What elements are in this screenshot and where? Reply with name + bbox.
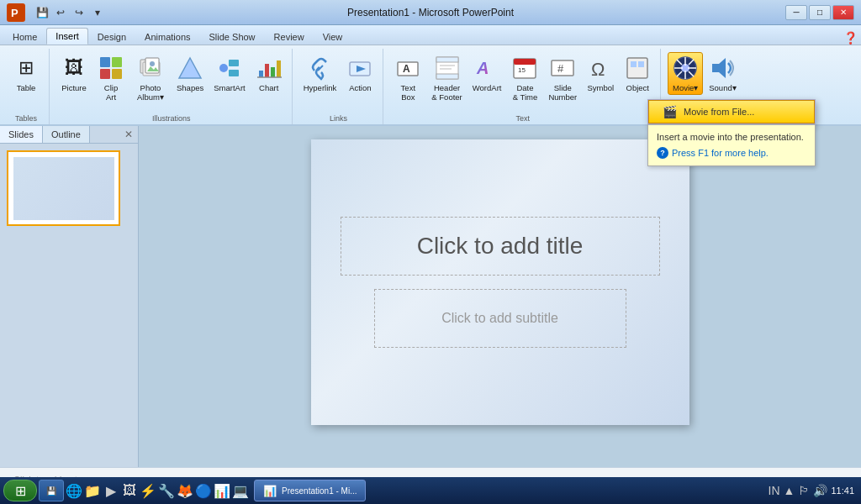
taskbar: ⊞ 💾 🌐 📁 ▶ 🖼 ⚡ 🔧 🦊 🔵 📊 💻 📊 Presentation1 … — [0, 477, 861, 504]
tab-outline[interactable]: Outline — [43, 126, 90, 143]
taskbar-app[interactable]: 💻 — [232, 482, 249, 499]
slide-number-button[interactable]: # SlideNumber — [544, 52, 581, 104]
tray-keyboard[interactable]: IN — [769, 484, 780, 497]
svg-rect-3 — [112, 57, 122, 67]
slide-thumbnail-area[interactable]: 1 — [0, 144, 138, 467]
smartart-icon — [216, 55, 243, 81]
picture-icon: 🖼 — [61, 55, 87, 81]
svg-point-9 — [150, 61, 155, 66]
svg-point-12 — [219, 64, 228, 72]
chart-button[interactable]: Chart — [251, 52, 287, 95]
datetime-button[interactable]: 15 Date& Time — [507, 52, 542, 104]
panel-tabs: Slides Outline ✕ — [0, 126, 138, 144]
save-qat-button[interactable]: 💾 — [34, 5, 50, 20]
ribbon-help-icon[interactable]: ❓ — [843, 31, 858, 45]
calc-icon: 📊 — [214, 483, 230, 499]
tab-insert[interactable]: Insert — [46, 28, 88, 45]
tab-slideshow[interactable]: Slide Show — [200, 29, 265, 45]
slide-title-box[interactable]: Click to add title — [341, 217, 660, 276]
object-button[interactable]: Object — [620, 52, 655, 95]
symbol-icon: Ω — [587, 55, 614, 81]
lightning-icon: ⚡ — [140, 483, 156, 499]
wordart-button[interactable]: A WordArt — [468, 52, 506, 95]
tab-design[interactable]: Design — [88, 29, 135, 45]
illustrations-group-label: Illustrations — [152, 114, 191, 123]
taskbar-lightning[interactable]: ⚡ — [140, 482, 156, 499]
svg-text:15: 15 — [518, 66, 526, 74]
settings-icon: 🔧 — [158, 483, 175, 499]
window-title: Presentation1 - Microsoft PowerPoint — [347, 7, 514, 18]
sound-button[interactable]: Sound▾ — [705, 52, 740, 95]
textbox-button[interactable]: A TextBox — [390, 52, 425, 104]
slide-panel: Slides Outline ✕ 1 — [0, 126, 139, 467]
taskbar-folder[interactable]: 📁 — [84, 482, 101, 499]
svg-rect-15 — [259, 71, 263, 77]
svg-rect-5 — [112, 69, 122, 79]
maximize-button[interactable]: □ — [809, 5, 831, 20]
taskbar-chrome[interactable]: 🔵 — [195, 482, 212, 499]
redo-qat-button[interactable]: ↪ — [71, 5, 87, 20]
panel-close-button[interactable]: ✕ — [119, 126, 138, 143]
svg-rect-2 — [100, 57, 110, 67]
svg-rect-4 — [100, 69, 110, 79]
hyperlink-button[interactable]: Hyperlink — [299, 52, 341, 95]
object-icon — [624, 55, 651, 81]
tables-group-label: Tables — [15, 114, 37, 123]
svg-rect-26 — [436, 57, 458, 62]
minimize-button[interactable]: ─ — [785, 5, 807, 20]
tray-volume[interactable]: 🔊 — [813, 484, 827, 497]
taskbar-ie[interactable]: 🌐 — [66, 482, 82, 499]
tab-slides[interactable]: Slides — [0, 126, 43, 143]
links-items: Hyperlink Action — [299, 49, 378, 111]
photo-album-icon — [137, 55, 164, 81]
tray-flag[interactable]: 🏳 — [798, 484, 810, 497]
smartart-button[interactable]: SmartArt — [209, 52, 249, 95]
tooltip-help: ? Press F1 for more help. — [657, 147, 806, 159]
tab-view[interactable]: View — [314, 29, 352, 45]
movie-from-file-item[interactable]: 🎬 Movie from File... — [648, 100, 815, 123]
tray-arrow[interactable]: ▲ — [784, 484, 795, 497]
table-button[interactable]: ⊞ Table — [8, 52, 44, 95]
taskbar-settings[interactable]: 🔧 — [158, 482, 175, 499]
movie-button[interactable]: Movie▾ — [668, 52, 703, 95]
shapes-icon — [177, 55, 203, 81]
start-icon: ⊞ — [15, 483, 26, 499]
sound-icon — [709, 55, 736, 81]
svg-marker-11 — [179, 58, 201, 78]
symbol-button[interactable]: Ω Symbol — [583, 52, 618, 95]
qat-dropdown-button[interactable]: ▾ — [89, 5, 106, 20]
ribbon-group-links: Hyperlink Action Links — [294, 49, 384, 124]
system-tray: IN ▲ 🏳 🔊 11:41 — [769, 484, 858, 497]
start-button[interactable]: ⊞ — [3, 480, 37, 501]
slide-number-icon: # — [549, 55, 576, 81]
close-button[interactable]: ✕ — [832, 5, 854, 20]
svg-text:Ω: Ω — [591, 59, 605, 80]
slide-canvas[interactable]: Click to add title Click to add subtitle — [311, 139, 689, 425]
slide-subtitle-box[interactable]: Click to add subtitle — [374, 289, 626, 348]
taskbar-explorer[interactable]: 💾 — [39, 480, 64, 501]
taskbar-photos[interactable]: 🖼 — [121, 482, 138, 499]
clipart-button[interactable]: ClipArt — [93, 52, 129, 104]
taskbar-powerpoint-window[interactable]: 📊 Presentation1 - Mi... — [254, 480, 366, 501]
textbox-icon: A — [394, 55, 421, 81]
taskbar-firefox[interactable]: 🦊 — [177, 482, 193, 499]
action-button[interactable]: Action — [342, 52, 378, 95]
svg-rect-39 — [638, 61, 644, 67]
slide-thumbnail[interactable] — [7, 150, 120, 226]
action-icon — [346, 55, 373, 81]
tab-review[interactable]: Review — [265, 29, 314, 45]
shapes-button[interactable]: Shapes — [172, 52, 208, 95]
tab-animations[interactable]: Animations — [135, 29, 199, 45]
undo-qat-button[interactable]: ↩ — [52, 5, 69, 20]
header-footer-button[interactable]: Header& Footer — [427, 52, 466, 104]
taskbar-media[interactable]: ▶ — [103, 482, 119, 499]
svg-rect-38 — [631, 61, 637, 67]
photo-album-button[interactable]: PhotoAlbum▾ — [130, 52, 171, 104]
ribbon-group-tables: ⊞ Table Tables — [3, 49, 50, 124]
clipart-icon — [98, 55, 124, 81]
taskbar-calc[interactable]: 📊 — [214, 482, 230, 499]
picture-button[interactable]: 🖼 Picture — [56, 52, 92, 95]
chart-icon — [256, 55, 283, 81]
svg-rect-18 — [277, 60, 281, 77]
tab-home[interactable]: Home — [3, 29, 46, 45]
